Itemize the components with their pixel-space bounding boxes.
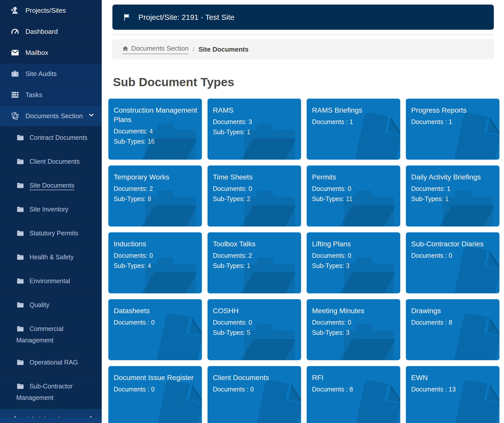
sidebar-item-site-audits[interactable]: Site Audits — [0, 63, 102, 84]
folder-icon — [16, 277, 24, 288]
sidebar-item-documents-section[interactable]: Documents Section — [0, 105, 102, 127]
folder-icon — [16, 157, 24, 168]
flag-icon — [123, 13, 131, 22]
breadcrumb-current: Site Documents — [199, 46, 249, 53]
sidebar-item-statutory-permits[interactable]: Statutory Permits — [0, 222, 102, 246]
sidebar-item-sub-contractor-management[interactable]: Sub-Contractor Management — [0, 375, 102, 409]
sidebar-item-site-inventory[interactable]: Site Inventory — [0, 198, 102, 222]
folder-icon — [16, 229, 24, 240]
card-coshh[interactable]: COSHHDocuments: 0Sub-Types: 5 — [207, 299, 301, 360]
card-progress-reports[interactable]: Progress ReportsDocuments : 1 — [406, 99, 499, 160]
sidebar-item-commercial-management[interactable]: Commercial Management — [0, 318, 102, 351]
sidebar-item-tasks[interactable]: Tasks — [0, 84, 102, 105]
card-subtypes-count: Sub-Types: 11 — [312, 194, 396, 204]
sidebar-item-label: Mailbox — [25, 49, 48, 57]
card-title: COSHH — [213, 306, 297, 315]
sidebar-item-label: Statutory Permits — [29, 230, 78, 237]
card-title: Client Documents — [213, 373, 297, 382]
card-permits[interactable]: PermitsDocuments: 0Sub-Types: 11 — [307, 165, 400, 226]
card-meeting-minutes[interactable]: Meeting MinutesDocuments: 0Sub-Types: 3 — [307, 299, 400, 360]
page-title: Sub Document Types — [113, 75, 234, 89]
card-title: Sub-Contractor Diaries — [411, 239, 495, 249]
sidebar-item-label: Client Documents — [29, 158, 80, 165]
breadcrumb: Documents Section / Site Documents — [112, 39, 494, 59]
sidebar-item-label: Dashboard — [25, 28, 58, 36]
card-time-sheets[interactable]: Time SheetsDocuments: 0Sub-Types: 2 — [207, 165, 301, 226]
sidebar-item-dashboard[interactable]: Dashboard — [0, 21, 102, 42]
card-documents-count: Documents : 0 — [411, 250, 495, 261]
folder-icon — [16, 253, 24, 264]
sidebar-item-label: Site Documents — [29, 182, 74, 189]
card-documents-count: Documents: 0 — [312, 184, 396, 194]
breadcrumb-separator: / — [192, 46, 194, 53]
folder-icon — [16, 181, 24, 192]
tasks-icon — [10, 90, 20, 100]
sidebar-item-mailbox[interactable]: Mailbox — [0, 42, 102, 63]
card-rams[interactable]: RAMSDocuments: 3Sub-Types: 1 — [207, 99, 301, 160]
card-daily-activity-briefings[interactable]: Daily Activity BriefingsDocuments: 1Sub-… — [406, 165, 499, 226]
sidebar-item-operational-rag[interactable]: Operational RAG — [0, 351, 102, 375]
sidebar-item-projects-sites[interactable]: Projects/Sites — [0, 0, 102, 21]
card-subtypes-count: Sub-Types: 1 — [213, 261, 297, 271]
card-documents-count: Documents: 1 — [411, 184, 495, 194]
card-rams-briefings[interactable]: RAMS BriefingsDocuments : 1 — [307, 99, 400, 160]
sidebar-footer-strip — [0, 417, 102, 423]
card-title: Time Sheets — [213, 172, 297, 182]
card-title: Meeting Minutes — [312, 306, 396, 315]
breadcrumb-link-label: Documents Section — [131, 44, 188, 52]
home-icon — [122, 45, 129, 52]
card-documents-count: Documents: 2 — [114, 184, 198, 194]
card-title: Lifting Plans — [312, 239, 396, 249]
card-toolbox-talks[interactable]: Toolbox TalksDocuments: 2Sub-Types: 1 — [207, 232, 301, 293]
documents-icon — [10, 111, 20, 121]
sidebar-item-label: Contract Documents — [29, 134, 87, 141]
card-subtypes-count: Sub-Types: 3 — [312, 261, 396, 271]
gauge-icon — [10, 27, 20, 36]
card-inductions[interactable]: InductionsDocuments: 0Sub-Types: 4 — [108, 232, 202, 293]
sidebar-item-environmental[interactable]: Environmental — [0, 270, 102, 294]
sidebar-item-quality[interactable]: Quality — [0, 294, 102, 318]
card-lifting-plans[interactable]: Lifting PlansDocuments: 0Sub-Types: 3 — [307, 232, 400, 293]
project-site-title: Project/Site: 2191 - Test Site — [138, 13, 234, 22]
card-document-issue-register[interactable]: Document Issue RegisterDocuments : 0 — [108, 366, 202, 423]
card-documents-count: Documents: 3 — [213, 117, 297, 127]
sidebar-item-site-documents[interactable]: Site Documents — [0, 174, 102, 198]
sidebar-item-health-safety[interactable]: Health & Safety — [0, 246, 102, 270]
briefcase-icon — [10, 69, 20, 79]
sidebar-item-client-documents[interactable]: Client Documents — [0, 150, 102, 174]
card-subtypes-count: Sub-Types: 1 — [411, 194, 495, 204]
envelope-icon — [10, 48, 20, 57]
folder-icon — [16, 325, 24, 335]
folder-icon — [16, 358, 24, 369]
card-title: Inductions — [114, 239, 198, 249]
card-subtypes-count: Sub-Types: 5 — [213, 327, 297, 338]
card-title: RAMS Briefings — [312, 105, 396, 115]
card-client-documents[interactable]: Client DocumentsDocuments : 0 — [207, 366, 301, 423]
sidebar-item-contract-documents[interactable]: Contract Documents — [0, 127, 102, 150]
sidebar-documents-children: Contract DocumentsClient DocumentsSite D… — [0, 127, 102, 409]
card-documents-count: Documents : 8 — [312, 384, 396, 394]
card-title: Temporary Works — [114, 172, 198, 182]
sidebar-top-items: Projects/SitesDashboardMailboxSite Audit… — [0, 0, 102, 127]
card-subtypes-count: Sub-Types: 4 — [114, 261, 198, 271]
card-documents-count: Documents: 0 — [312, 317, 396, 327]
project-site-banner: Project/Site: 2191 - Test Site — [112, 5, 494, 30]
folder-icon — [16, 301, 24, 311]
card-documents-count: Documents: 0 — [213, 184, 297, 194]
card-sub-contractor-diaries[interactable]: Sub-Contractor DiariesDocuments : 0 — [406, 232, 499, 293]
breadcrumb-link-documents-section[interactable]: Documents Section — [122, 44, 188, 54]
card-drawings[interactable]: DrawingsDocuments : 8 — [406, 299, 499, 360]
card-title: Datasheets — [114, 306, 198, 315]
card-temporary-works[interactable]: Temporary WorksDocuments: 2Sub-Types: 8 — [108, 165, 202, 226]
card-rfi[interactable]: RFIDocuments : 8 — [307, 366, 400, 423]
sidebar-item-label: Site Inventory — [29, 206, 68, 213]
card-title: Construction Management Plans — [114, 105, 198, 124]
folder-icon — [16, 205, 24, 216]
chevron-down-icon[interactable] — [87, 111, 95, 121]
card-ewn[interactable]: EWNDocuments : 13 — [406, 366, 499, 423]
card-datasheets[interactable]: DatasheetsDocuments : 0 — [108, 299, 202, 360]
card-construction-management-plans[interactable]: Construction Management PlansDocuments: … — [108, 99, 202, 160]
sidebar-item-label: Site Audits — [25, 70, 57, 78]
card-documents-count: Documents: 2 — [213, 250, 297, 261]
sidebar: Projects/SitesDashboardMailboxSite Audit… — [0, 0, 102, 423]
